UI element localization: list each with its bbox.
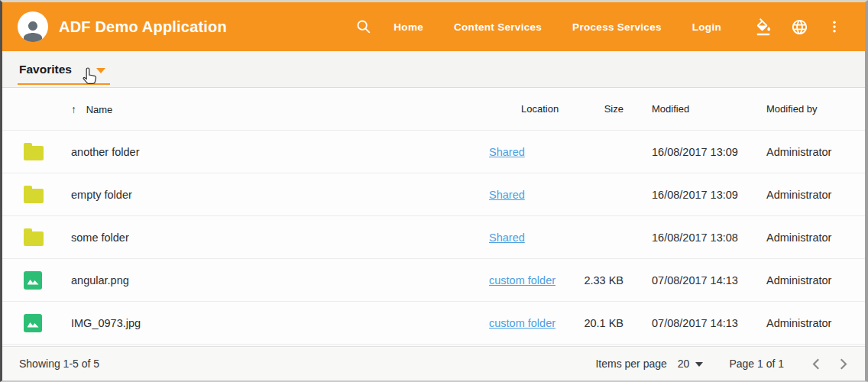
nav-content-services[interactable]: Content Services (454, 21, 542, 33)
sort-asc-icon: ↑ (71, 103, 76, 115)
location-link[interactable]: custom folder (489, 317, 555, 329)
file-name[interactable]: angular.png (71, 274, 480, 286)
page-status: Page 1 of 1 (729, 358, 784, 370)
avatar[interactable] (18, 11, 48, 42)
location-link[interactable]: Shared (489, 231, 525, 244)
modified-by: Administrator (763, 274, 848, 286)
modified-by: Administrator (763, 317, 848, 329)
document-list: ↑ Name Location Size Modified Modified b… (2, 88, 865, 345)
table-body: another folder Shared 16/08/2017 13:09 A… (2, 131, 865, 345)
location-cell: custom folder (480, 317, 579, 329)
pagination-bar: Showing 1-5 of 5 Items per page 20 Page … (2, 346, 865, 380)
modified-date: 16/08/2017 13:08 (652, 231, 763, 244)
app-title: ADF Demo Application (59, 18, 227, 36)
modified-by: Administrator (763, 146, 848, 158)
folder-icon (24, 231, 44, 246)
app-window: ADF Demo Application Home Content Servic… (0, 0, 868, 382)
modified-by: Administrator (763, 231, 848, 244)
column-label: Size (604, 103, 623, 115)
modified-date: 16/08/2017 13:09 (652, 146, 763, 158)
pagination-controls: Items per page 20 Page 1 of 1 (595, 357, 853, 371)
table-row[interactable]: angular.png custom folder 2.33 KB 07/08/… (2, 259, 865, 302)
format-color-fill-icon[interactable] (752, 15, 776, 39)
column-label: Modified (652, 103, 689, 115)
table-row[interactable]: another folder Shared 16/08/2017 13:09 A… (2, 131, 865, 173)
image-glyph (28, 279, 39, 285)
location-cell: Shared (480, 146, 579, 158)
column-label: Name (86, 104, 113, 115)
showing-range: Showing 1-5 of 5 (19, 358, 99, 370)
file-type-cell (24, 144, 71, 160)
folder-icon (24, 146, 44, 160)
file-name[interactable]: some folder (71, 231, 480, 244)
table-header-row: ↑ Name Location Size Modified Modified b… (2, 88, 865, 131)
column-label: Modified by (766, 103, 817, 115)
current-view-label: Favorites (19, 63, 72, 76)
image-icon (24, 271, 42, 290)
header-action-icons (752, 15, 845, 39)
location-link[interactable]: Shared (489, 146, 525, 158)
modified-date: 07/08/2017 14:13 (652, 317, 763, 329)
column-label: Location (521, 103, 559, 115)
folder-icon (24, 189, 44, 203)
view-selector-bar: Favorites (2, 51, 865, 88)
items-per-page-select[interactable]: 20 (678, 358, 704, 370)
app-header: ADF Demo Application Home Content Servic… (2, 2, 865, 51)
nav-process-services[interactable]: Process Services (572, 21, 662, 33)
column-header-name[interactable]: ↑ Name (71, 103, 480, 115)
column-header-modified[interactable]: Modified (652, 103, 763, 115)
kebab-menu-icon[interactable] (824, 15, 845, 38)
table-row[interactable]: some folder Shared 16/08/2017 13:08 Admi… (2, 216, 865, 259)
main-nav: Home Content Services Process Services L… (394, 21, 721, 33)
file-name[interactable]: IMG_0973.jpg (71, 317, 480, 329)
nav-login[interactable]: Login (692, 21, 721, 33)
active-tab-underline (18, 83, 110, 85)
file-type-cell (24, 229, 71, 246)
modified-by: Administrator (763, 189, 848, 201)
location-cell: Shared (480, 231, 579, 244)
person-icon (19, 17, 47, 42)
file-type-cell (24, 314, 71, 332)
chevron-down-icon (96, 68, 105, 73)
file-name[interactable]: empty folder (71, 189, 480, 201)
favorites-dropdown[interactable]: Favorites (19, 63, 105, 76)
file-type-cell (24, 186, 71, 203)
location-link[interactable]: custom folder (489, 274, 555, 286)
file-type-cell (24, 271, 71, 290)
modified-date: 16/08/2017 13:09 (652, 189, 763, 201)
file-size: 2.33 KB (579, 274, 623, 286)
location-cell: custom folder (480, 274, 579, 286)
column-header-modified-by[interactable]: Modified by (763, 103, 848, 115)
previous-page-button[interactable] (807, 357, 824, 371)
table-row[interactable]: empty folder Shared 16/08/2017 13:09 Adm… (2, 173, 865, 216)
column-header-location[interactable]: Location (480, 103, 579, 115)
file-size: 20.1 KB (579, 317, 623, 329)
location-link[interactable]: Shared (489, 189, 525, 201)
chevron-down-icon (695, 362, 703, 367)
image-glyph (28, 322, 39, 328)
column-header-size[interactable]: Size (579, 103, 623, 115)
image-icon (24, 314, 42, 332)
next-page-button[interactable] (835, 357, 853, 371)
items-per-page-label: Items per page (595, 358, 666, 370)
modified-date: 07/08/2017 14:13 (652, 274, 763, 286)
nav-home[interactable]: Home (394, 21, 423, 33)
search-icon[interactable] (352, 15, 375, 38)
location-cell: Shared (480, 189, 579, 201)
items-per-page-value: 20 (678, 358, 690, 370)
globe-icon[interactable] (788, 15, 811, 39)
table-row[interactable]: IMG_0973.jpg custom folder 20.1 KB 07/08… (2, 302, 865, 345)
file-name[interactable]: another folder (71, 146, 480, 158)
